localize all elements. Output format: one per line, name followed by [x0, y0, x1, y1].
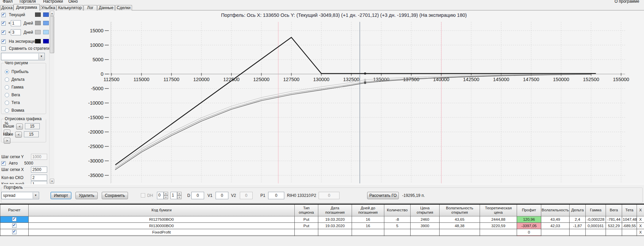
radio-Прибыль[interactable]: [5, 70, 9, 74]
v1-input[interactable]: 0: [216, 192, 228, 199]
checkbox-plus1[interactable]: [1, 21, 6, 26]
column-header[interactable]: Код бумаги: [29, 205, 295, 216]
tab-Доска[interactable]: Доска: [0, 5, 13, 10]
tab-Диаграмма[interactable]: Диаграмма: [13, 4, 40, 10]
toggle-expiration[interactable]: На экспирацию: [1, 39, 38, 44]
below-increment-button[interactable]: >: [4, 138, 10, 144]
spinner-2-value[interactable]: 1: [170, 192, 177, 199]
column-header[interactable]: Количество: [384, 205, 411, 216]
chevron-down-icon[interactable]: ▼: [33, 192, 38, 199]
column-header[interactable]: Дельта: [570, 205, 586, 216]
menu-item-about[interactable]: О программе: [615, 0, 639, 4]
swatch-plus1-2[interactable]: [43, 21, 49, 25]
spin-up-icon[interactable]: ▲: [164, 192, 168, 196]
column-header[interactable]: Волатильность: [541, 205, 570, 216]
column-header[interactable]: Волатильность открытия: [440, 205, 480, 216]
strategy-combobox[interactable]: ▼: [1, 53, 45, 60]
column-header[interactable]: Дней до погашения: [352, 205, 384, 216]
spin-up-icon[interactable]: ▲: [177, 192, 182, 196]
grid-y-input[interactable]: 1000: [31, 154, 47, 160]
table-row-0[interactable]: RI127500BO0Put19.03.202016-8246043,65244…: [0, 216, 644, 222]
scroll-up-icon[interactable]: ▲: [50, 11, 54, 16]
table-row-1[interactable]: RI130000BO0Put19.03.2020165390048,383220…: [0, 222, 644, 229]
column-header[interactable]: Дата погашения: [318, 205, 352, 216]
radio-row-Вомма[interactable]: Вомма: [5, 108, 24, 113]
column-header[interactable]: Теоретическая цена: [480, 205, 517, 216]
column-header[interactable]: Профит: [517, 205, 541, 216]
radio-row-Вега[interactable]: Вега: [5, 93, 20, 97]
p1-input[interactable]: 0: [268, 192, 284, 199]
swatch-exp-2[interactable]: [43, 39, 49, 43]
portfolio-combobox[interactable]: spread ▼: [1, 192, 39, 199]
v2-input[interactable]: 0: [240, 192, 253, 199]
import-button[interactable]: Импорт: [51, 192, 71, 199]
row-calc-cell[interactable]: [0, 216, 29, 222]
checkbox-expiration[interactable]: [1, 39, 6, 44]
plus3-days-input[interactable]: 3: [11, 29, 21, 35]
column-header[interactable]: Гамма: [586, 205, 606, 216]
swatch-plus3-2[interactable]: [43, 30, 49, 34]
days-input[interactable]: 1: [31, 181, 47, 184]
checkbox-current[interactable]: [1, 13, 6, 17]
toggle-current[interactable]: Текущий: [1, 12, 25, 18]
tab-Сделки[interactable]: Сделки: [115, 5, 132, 10]
sko-input[interactable]: 2: [31, 175, 47, 181]
tab-Улыбка[interactable]: Улыбка: [40, 5, 56, 10]
radio-Дельта[interactable]: [5, 77, 9, 82]
checkbox-auto[interactable]: [1, 161, 6, 166]
tab-Данные[interactable]: Данные: [97, 5, 115, 10]
spin-down-icon[interactable]: ▼: [164, 196, 168, 199]
menu-item-3[interactable]: Окно: [68, 0, 78, 4]
scrollbar-thumb[interactable]: [50, 16, 54, 53]
column-header[interactable]: Расчет: [0, 205, 29, 216]
tab-Калькулятор[interactable]: Калькулятор: [57, 5, 83, 10]
payoff-chart[interactable]: -35000-30000-25000-20000-15000-10000-500…: [54, 10, 644, 184]
row-delete-button[interactable]: X: [637, 222, 644, 229]
checkbox-compare[interactable]: [1, 46, 6, 51]
swatch-plus1-1[interactable]: [35, 21, 41, 25]
below-value[interactable]: 15: [24, 131, 39, 137]
row-checkbox[interactable]: [12, 217, 17, 221]
toggle-plus3[interactable]: + 3 Дней: [1, 30, 10, 35]
chart-panel[interactable]: -35000-30000-25000-20000-15000-10000-500…: [54, 10, 644, 184]
radio-row-Тета[interactable]: Тета: [5, 100, 20, 105]
menu-item-0[interactable]: Файл: [3, 0, 13, 4]
spin-down-icon[interactable]: ▼: [177, 196, 182, 199]
swatch-current-1[interactable]: [35, 12, 41, 17]
row-calc-cell[interactable]: [0, 229, 29, 235]
checkbox-dh[interactable]: [141, 193, 145, 198]
plus1-days-input[interactable]: 1: [11, 20, 21, 26]
below-decrement-button[interactable]: <: [15, 132, 22, 138]
radio-row-Прибыль[interactable]: Прибыль: [5, 69, 29, 74]
p2-input[interactable]: 0: [319, 192, 340, 199]
above-decrement-button[interactable]: <: [16, 124, 23, 130]
radio-Вомма[interactable]: [5, 108, 9, 113]
row-checkbox[interactable]: [12, 223, 17, 228]
tab-Лог[interactable]: Лог: [84, 5, 97, 10]
radio-Гамма[interactable]: [5, 85, 9, 90]
delete-button[interactable]: Удалить: [75, 192, 98, 199]
toggle-plus1[interactable]: + 1 Дней: [1, 21, 10, 26]
table-row-2[interactable]: FixedProfit0X: [0, 229, 644, 235]
toggle-compare[interactable]: Сравнить со стратегией: [1, 46, 49, 51]
radio-row-Дельта[interactable]: Дельта: [5, 77, 25, 82]
column-header[interactable]: Тип опциона: [295, 205, 318, 216]
swatch-current-2[interactable]: [43, 12, 49, 17]
swatch-exp-1[interactable]: [35, 39, 41, 43]
checkbox-plus3[interactable]: [1, 30, 6, 35]
sidebar-scrollbar[interactable]: ▲ ▼: [49, 10, 54, 184]
grid-x-input[interactable]: 2500: [31, 167, 47, 173]
save-button[interactable]: Сохранить: [102, 192, 128, 199]
radio-Тета[interactable]: [5, 101, 9, 105]
calc-go-button[interactable]: Рассчитать ГО: [367, 192, 399, 199]
row-delete-button[interactable]: X: [637, 229, 644, 235]
menu-item-2[interactable]: Настройки: [43, 0, 63, 4]
scroll-down-icon[interactable]: ▼: [50, 179, 54, 184]
row-checkbox[interactable]: [12, 230, 17, 234]
swatch-plus3-1[interactable]: [35, 30, 41, 34]
column-header[interactable]: Тета: [622, 205, 637, 216]
above-value[interactable]: 15: [25, 123, 40, 129]
radio-Вега[interactable]: [5, 93, 9, 97]
column-header[interactable]: Вега: [606, 205, 622, 216]
menu-item-1[interactable]: Торговля: [19, 0, 36, 4]
